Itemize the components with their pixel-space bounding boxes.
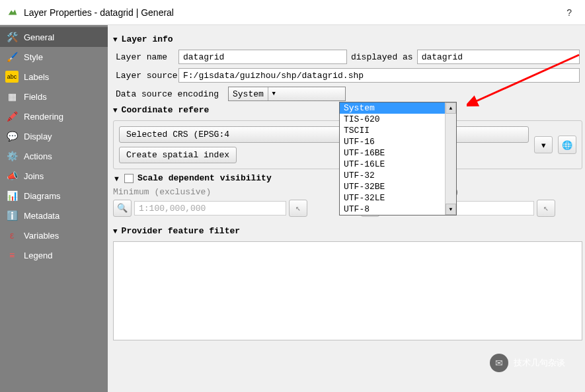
layer-source-label: Layer source <box>116 71 178 81</box>
sidebar-item-label: Legend <box>24 251 52 260</box>
encoding-option[interactable]: UTF-32BE <box>340 181 456 192</box>
join-icon: 📣 <box>5 170 19 182</box>
app-icon <box>7 7 19 19</box>
encoding-option[interactable]: UTF-32LE <box>340 192 456 204</box>
encoding-option[interactable]: System <box>340 102 456 114</box>
sidebar-item-label: Actions <box>24 151 52 161</box>
zoom-out-button[interactable]: 🔍 <box>113 200 132 217</box>
sidebar-item-label: Style <box>24 52 43 62</box>
label-icon: abc <box>5 71 19 83</box>
wrench-icon: 🛠️ <box>5 31 19 43</box>
min-label: Minimum (exclusive) <box>113 187 334 197</box>
dropdown-scrollbar[interactable]: ▲ ▼ <box>445 102 456 215</box>
encoding-option[interactable]: UTF-16 <box>340 136 456 147</box>
scale-header: Scale dependent visibility <box>137 173 272 183</box>
encoding-combo[interactable]: System ▼ <box>228 87 346 101</box>
collapse-icon: ▼ <box>113 36 118 44</box>
encoding-value: System <box>229 89 268 99</box>
sidebar-item-metadata[interactable]: ℹ️Metadata <box>0 206 108 225</box>
legend-icon: ≡ <box>5 249 19 261</box>
encoding-option[interactable]: UTF-32 <box>340 170 456 181</box>
collapse-icon: ▼ <box>113 106 118 114</box>
cursor-icon: ↖ <box>543 203 549 214</box>
magnify-minus-icon: 🔍 <box>117 203 128 214</box>
sidebar-item-display[interactable]: 💬Display <box>0 126 108 146</box>
displayed-as-input[interactable] <box>417 50 580 64</box>
max-scale-picker[interactable]: ↖ <box>537 200 555 217</box>
chevron-down-icon: ▼ <box>268 87 280 100</box>
window-title: Layer Properties - datagrid | General <box>24 7 560 18</box>
watermark-text: 技术几句杂谈 <box>514 357 565 369</box>
paint-icon: 🖍️ <box>5 110 19 122</box>
sidebar-item-label: Rendering <box>24 112 63 122</box>
sidebar-item-fields[interactable]: ▦Fields <box>0 87 108 106</box>
sidebar-item-label: Variables <box>24 231 59 241</box>
scale-visibility-checkbox[interactable] <box>124 174 134 183</box>
encoding-option[interactable]: TIS-620 <box>340 114 456 125</box>
sidebar-item-label: Joins <box>24 171 44 181</box>
encoding-dropdown: SystemTIS-620TSCIIUTF-16UTF-16BEUTF-16LE… <box>339 102 457 216</box>
crs-picker-button[interactable]: 🌐 <box>558 136 576 154</box>
sidebar-item-label: General <box>24 32 54 42</box>
brush-icon: 🖌️ <box>5 51 19 63</box>
layer-name-label: Layer name <box>116 52 178 62</box>
scroll-up-button[interactable]: ▲ <box>446 102 456 114</box>
sidebar-item-label: Diagrams <box>24 191 61 201</box>
gear-icon: ⚙️ <box>5 150 19 162</box>
layer-info-header[interactable]: ▼Layer info <box>113 34 582 44</box>
epsilon-icon: ε <box>5 229 19 241</box>
sidebar-item-label: Metadata <box>24 211 59 221</box>
selected-crs-button[interactable]: Selected CRS (EPSG:4 <box>119 126 529 143</box>
sidebar-item-rendering[interactable]: 🖍️Rendering <box>0 106 108 126</box>
filter-header[interactable]: ▼Provider feature filter <box>113 226 582 236</box>
sidebar-item-joins[interactable]: 📣Joins <box>0 166 108 186</box>
collapse-icon: ▼ <box>113 227 118 235</box>
encoding-option[interactable]: UTF-8 <box>340 204 456 215</box>
watermark: ✉ 技术几句杂谈 <box>490 354 565 372</box>
create-spatial-index-button[interactable]: Create spatial index <box>119 147 237 163</box>
sidebar-item-general[interactable]: 🛠️General <box>0 27 108 47</box>
encoding-label: Data source encoding <box>116 89 228 99</box>
encoding-option[interactable]: TSCII <box>340 125 456 136</box>
sidebar-item-label: Labels <box>24 72 49 82</box>
help-button[interactable]: ? <box>560 7 578 18</box>
sidebar-item-diagrams[interactable]: 📊Diagrams <box>0 186 108 206</box>
info-icon: ℹ️ <box>5 210 19 221</box>
title-bar: Layer Properties - datagrid | General ? <box>0 0 585 25</box>
crs-select-button[interactable]: ▾ <box>534 136 553 153</box>
sidebar-item-labels[interactable]: abcLabels <box>0 67 108 87</box>
cursor-icon: ↖ <box>295 203 301 214</box>
bubble-icon: 💬 <box>5 130 19 142</box>
filter-textarea[interactable] <box>113 241 582 340</box>
sidebar: 🛠️General 🖌️Style abcLabels ▦Fields 🖍️Re… <box>0 25 108 392</box>
encoding-option[interactable]: UTF-16BE <box>340 147 456 159</box>
globe-icon: 🌐 <box>562 140 572 150</box>
min-scale-input[interactable] <box>134 201 286 216</box>
scroll-down-button[interactable]: ▼ <box>446 204 456 215</box>
displayed-as-label: displayed as <box>351 52 413 62</box>
main-panel: ▼Layer info Layer name displayed as Laye… <box>108 25 585 392</box>
dropdown-icon: ▾ <box>541 140 546 150</box>
layer-source-input[interactable] <box>178 68 580 83</box>
wechat-icon: ✉ <box>490 354 508 372</box>
sidebar-item-label: Display <box>24 132 52 141</box>
min-scale-picker[interactable]: ↖ <box>289 200 307 217</box>
sidebar-item-actions[interactable]: ⚙️Actions <box>0 146 108 166</box>
table-icon: ▦ <box>5 91 19 102</box>
sidebar-item-legend[interactable]: ≡Legend <box>0 245 108 265</box>
sidebar-item-label: Fields <box>24 92 47 102</box>
encoding-option[interactable]: UTF-16LE <box>340 159 456 170</box>
collapse-icon: ▼ <box>113 175 120 182</box>
chart-icon: 📊 <box>5 190 19 202</box>
sidebar-item-variables[interactable]: εVariables <box>0 225 108 245</box>
sidebar-item-style[interactable]: 🖌️Style <box>0 47 108 67</box>
layer-name-input[interactable] <box>178 50 347 64</box>
